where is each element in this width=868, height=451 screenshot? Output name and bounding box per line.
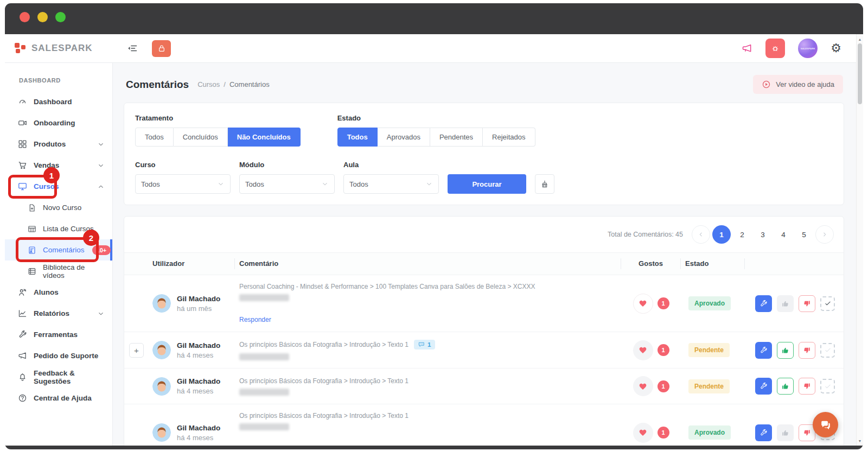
sidebar-item-feedback-sugestoes[interactable]: Feedback & Sugestões — [5, 366, 112, 388]
sidebar-item-produtos[interactable]: Produtos — [5, 134, 112, 155]
sidebar-item-label: Lista de Cursos — [43, 225, 94, 233]
search-button[interactable]: Procurar — [448, 174, 526, 194]
sidebar-item-central-de-ajuda[interactable]: Central de Ajuda — [5, 388, 112, 409]
sidebar: DASHBOARD Dashboard Onboarding Produtos … — [5, 63, 113, 446]
page-button-2[interactable]: 2 — [733, 225, 751, 244]
sidebar-item-alunos[interactable]: Alunos — [5, 282, 112, 303]
sidebar-toggle-icon[interactable] — [127, 43, 138, 54]
comment-path: Os princípios Básicos da Fotografia > In… — [239, 412, 409, 420]
aula-select[interactable]: Todos — [343, 174, 439, 194]
estado-rejeitados-button[interactable]: Rejeitados — [483, 128, 535, 147]
sidebar-item-dashboard[interactable]: Dashboard — [5, 91, 112, 112]
clear-filters-button[interactable] — [535, 174, 554, 194]
scrollbar-thumb[interactable] — [858, 43, 862, 104]
user-name: Gil Machado — [177, 295, 220, 303]
estado-todos-button[interactable]: Todos — [337, 128, 378, 147]
reject-button[interactable] — [799, 378, 815, 395]
heart-icon — [639, 346, 647, 354]
zoom-window-button[interactable] — [55, 12, 66, 22]
approve-button[interactable] — [777, 295, 794, 312]
gear-icon[interactable]: ⚙ — [831, 42, 841, 54]
comment-cell: Os princípios Básicos da Fotografia > In… — [235, 340, 621, 360]
scrollbar-down-arrow[interactable]: ▼ — [857, 437, 863, 444]
treated-checkbox[interactable] — [820, 379, 835, 393]
bug-report-button[interactable] — [765, 39, 785, 58]
cart-icon — [18, 161, 27, 170]
estado-pendentes-button[interactable]: Pendentes — [430, 128, 483, 147]
sidebar-item-lista-de-cursos[interactable]: Lista de Cursos — [5, 218, 112, 239]
treated-checkbox[interactable] — [820, 343, 835, 358]
estado-aprovados-button[interactable]: Aprovados — [378, 128, 430, 147]
moderate-button[interactable] — [755, 424, 772, 441]
scrollbar[interactable]: ▲ ▼ — [856, 34, 863, 446]
breadcrumb-separator: / — [224, 80, 226, 88]
page-button-4[interactable]: 4 — [774, 225, 793, 244]
breadcrumb-parent[interactable]: Cursos — [197, 80, 220, 88]
tratamento-nao-concluidos-button[interactable]: Não Concluídos — [228, 128, 301, 147]
sidebar-item-onboarding[interactable]: Onboarding — [5, 112, 112, 134]
table-row: Gil Machado há 4 meses Os princípios Bás… — [124, 404, 844, 446]
moderate-button[interactable] — [755, 295, 772, 312]
user-cell: Gil Machado há um mês — [148, 294, 235, 313]
heart-button[interactable] — [633, 294, 653, 314]
status-badge: Aprovado — [688, 296, 731, 310]
sidebar-item-relatorios[interactable]: Relatórios — [5, 303, 112, 324]
sidebar-item-vendas[interactable]: Vendas — [5, 155, 112, 176]
tratamento-concluidos-button[interactable]: Concluídos — [174, 128, 228, 147]
likes-cell: 1 — [621, 294, 681, 314]
sidebar-section-label: DASHBOARD — [19, 77, 112, 84]
lock-button[interactable] — [152, 40, 171, 57]
reject-button[interactable] — [799, 295, 815, 312]
chevron-up-icon — [97, 183, 105, 190]
approve-button[interactable] — [777, 378, 794, 395]
user-avatar[interactable]: SALESPARK — [798, 39, 818, 58]
prev-page-button[interactable] — [692, 225, 710, 244]
modulo-select[interactable]: Todos — [239, 174, 335, 194]
comments-count-badge: 10+ — [92, 245, 111, 255]
treated-checkbox[interactable] — [820, 296, 835, 311]
sidebar-item-novo-curso[interactable]: Novo Curso — [5, 197, 112, 218]
page-button-1[interactable]: 1 — [712, 225, 731, 244]
sidebar-item-pedido-de-suporte[interactable]: Pedido de Suporte — [5, 345, 112, 366]
reply-count-badge[interactable]: 1 — [414, 340, 435, 350]
heart-button[interactable] — [633, 340, 653, 360]
sidebar-item-biblioteca-de-videos[interactable]: Biblioteca de vídeos — [5, 261, 112, 282]
sidebar-item-label: Vendas — [34, 161, 59, 169]
scrollbar-up-arrow[interactable]: ▲ — [857, 35, 863, 43]
field-curso: Curso Todos — [135, 161, 231, 194]
sidebar-item-comentarios[interactable]: Comentários 10+ — [5, 239, 112, 261]
page-button-5[interactable]: 5 — [795, 225, 813, 244]
reply-count: 1 — [427, 341, 431, 348]
minimize-window-button[interactable] — [37, 12, 48, 22]
approve-button[interactable] — [777, 424, 794, 441]
sidebar-item-ferramentas[interactable]: Ferramentas — [5, 324, 112, 345]
heart-button[interactable] — [633, 423, 653, 443]
next-page-button[interactable] — [815, 225, 834, 244]
likes-cell: 1 — [621, 423, 681, 443]
reject-button[interactable] — [799, 342, 815, 359]
reply-link[interactable]: Responder — [239, 316, 271, 323]
heart-button[interactable] — [633, 376, 653, 396]
chat-fab[interactable] — [813, 412, 838, 437]
moderate-button[interactable] — [755, 342, 772, 359]
announcements-icon[interactable] — [742, 43, 752, 54]
thumbs-up-icon — [781, 382, 789, 390]
close-window-button[interactable] — [20, 12, 30, 22]
approve-button[interactable] — [777, 342, 794, 359]
salespark-logo: SALESPARK — [15, 42, 120, 54]
moderate-button[interactable] — [755, 378, 772, 395]
comment-time: há 4 meses — [177, 434, 220, 442]
modulo-select-value: Todos — [245, 180, 264, 188]
top-navbar: SALESPARK SALESPARK ⚙ — [5, 34, 863, 63]
page-button-3[interactable]: 3 — [754, 225, 772, 244]
reply-link[interactable]: Responder — [239, 445, 271, 446]
help-video-label: Ver video de ajuda — [776, 80, 834, 88]
sidebar-item-cursos[interactable]: Cursos — [5, 176, 112, 197]
tratamento-todos-button[interactable]: Todos — [135, 128, 174, 147]
comment-time: há 4 meses — [177, 351, 220, 359]
wrench-icon — [760, 346, 768, 354]
curso-select[interactable]: Todos — [135, 174, 231, 194]
expand-row-button[interactable]: + — [129, 343, 144, 358]
help-video-button[interactable]: Ver video de ajuda — [753, 75, 843, 94]
video-camera-icon — [18, 118, 27, 128]
